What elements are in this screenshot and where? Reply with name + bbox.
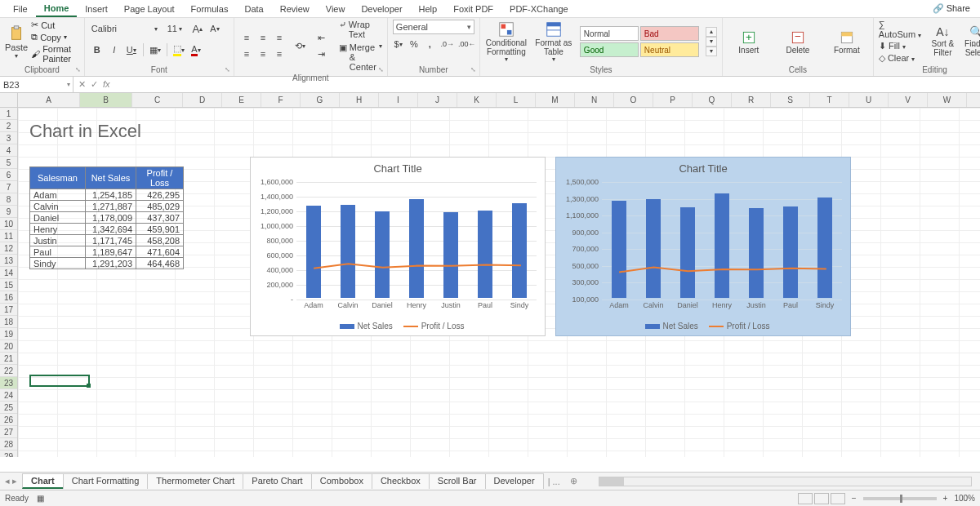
col-header-Q[interactable]: Q bbox=[693, 93, 732, 107]
sheet-tab-scroll-bar[interactable]: Scroll Bar bbox=[429, 473, 486, 489]
col-header-C[interactable]: C bbox=[132, 93, 183, 107]
col-header-N[interactable]: N bbox=[575, 93, 614, 107]
row-header-13[interactable]: 13 bbox=[0, 255, 17, 267]
row-header-11[interactable]: 11 bbox=[0, 230, 17, 242]
insert-cells-button[interactable]: +Insert bbox=[728, 29, 770, 55]
fill-color-button[interactable]: ⬚▾ bbox=[172, 42, 186, 57]
increase-decimal-button[interactable]: .0→ bbox=[440, 37, 455, 51]
col-header-K[interactable]: K bbox=[457, 93, 497, 107]
row-header-22[interactable]: 22 bbox=[0, 365, 17, 377]
col-header-W[interactable]: W bbox=[928, 93, 967, 107]
menu-tab-home[interactable]: Home bbox=[36, 1, 78, 17]
col-header-S[interactable]: S bbox=[771, 93, 810, 107]
confirm-formula-icon[interactable]: ✓ bbox=[91, 79, 98, 90]
col-header-I[interactable]: I bbox=[379, 93, 418, 107]
style-good[interactable]: Good bbox=[580, 42, 639, 57]
wrap-text-button[interactable]: ⤶Wrap Text bbox=[339, 20, 382, 39]
cut-button[interactable]: ✂Cut bbox=[31, 20, 79, 30]
col-header-F[interactable]: F bbox=[261, 93, 301, 107]
style-gallery-scroll[interactable]: ▴▾▾ bbox=[706, 27, 717, 56]
font-size-select[interactable]: 11▾ bbox=[162, 24, 188, 33]
worksheet-grid[interactable]: 1234567891011121314151617181920212223242… bbox=[0, 108, 980, 457]
col-header-T[interactable]: T bbox=[810, 93, 849, 107]
align-right-button[interactable]: ≡ bbox=[272, 47, 287, 61]
sheet-tab-checkbox[interactable]: Checkbox bbox=[372, 473, 430, 489]
sheet-tab-pareto-chart[interactable]: Pareto Chart bbox=[243, 473, 311, 489]
name-box[interactable]: B23 bbox=[0, 77, 74, 92]
col-header-P[interactable]: P bbox=[653, 93, 693, 107]
borders-button[interactable]: ▦▾ bbox=[148, 42, 163, 57]
chart-2[interactable]: Chart Title 1,500,0001,300,0001,100,0009… bbox=[555, 157, 851, 336]
menu-tab-developer[interactable]: Developer bbox=[353, 2, 410, 16]
sheet-tab-chart[interactable]: Chart bbox=[22, 473, 64, 489]
menu-tab-view[interactable]: View bbox=[318, 2, 354, 16]
percent-button[interactable]: % bbox=[408, 37, 419, 51]
number-format-select[interactable]: General bbox=[393, 20, 474, 34]
menu-tab-formulas[interactable]: Formulas bbox=[183, 2, 237, 16]
menu-tab-page-layout[interactable]: Page Layout bbox=[116, 2, 183, 16]
align-middle-button[interactable]: ≡ bbox=[256, 30, 270, 45]
menu-tab-pdf-xchange[interactable]: PDF-XChange bbox=[501, 2, 577, 16]
collapse-ribbon-button[interactable]: ⌃ bbox=[970, 42, 977, 51]
comma-button[interactable]: , bbox=[425, 37, 435, 51]
orientation-button[interactable]: ⟲▾ bbox=[293, 38, 308, 53]
fx-icon[interactable]: fx bbox=[103, 79, 118, 90]
row-header-17[interactable]: 17 bbox=[0, 304, 17, 316]
align-bottom-button[interactable]: ≡ bbox=[272, 30, 287, 45]
row-header-15[interactable]: 15 bbox=[0, 279, 17, 291]
col-header-D[interactable]: D bbox=[183, 93, 222, 107]
col-header-L[interactable]: L bbox=[497, 93, 536, 107]
row-header-27[interactable]: 27 bbox=[0, 426, 17, 438]
row-header-18[interactable]: 18 bbox=[0, 316, 17, 328]
sheet-tab-developer[interactable]: Developer bbox=[485, 473, 544, 489]
alignment-dialog-launcher[interactable]: ⤡ bbox=[377, 66, 385, 74]
col-header-R[interactable]: R bbox=[732, 93, 771, 107]
col-header-B[interactable]: B bbox=[80, 93, 132, 107]
view-pagebreak-button[interactable] bbox=[831, 493, 845, 504]
col-header-E[interactable]: E bbox=[222, 93, 261, 107]
chart-1[interactable]: Chart Title 1,600,0001,400,0001,200,0001… bbox=[250, 157, 546, 336]
row-header-21[interactable]: 21 bbox=[0, 353, 17, 365]
row-header-7[interactable]: 7 bbox=[0, 181, 17, 193]
col-header-V[interactable]: V bbox=[889, 93, 928, 107]
find-select-button[interactable]: 🔍Find & Select bbox=[962, 26, 980, 56]
row-header-4[interactable]: 4 bbox=[0, 144, 17, 157]
font-color-button[interactable]: A▾ bbox=[189, 42, 203, 57]
style-neutral[interactable]: Neutral bbox=[640, 42, 699, 57]
horizontal-scrollbar[interactable] bbox=[599, 477, 972, 486]
row-header-3[interactable]: 3 bbox=[0, 132, 17, 144]
merge-center-button[interactable]: ▣Merge & Center▾ bbox=[339, 42, 382, 72]
col-header-M[interactable]: M bbox=[536, 93, 575, 107]
format-cells-button[interactable]: Format bbox=[826, 29, 868, 55]
align-left-button[interactable]: ≡ bbox=[239, 47, 254, 61]
underline-button[interactable]: U▾ bbox=[124, 42, 139, 57]
align-top-button[interactable]: ≡ bbox=[239, 30, 254, 45]
clipboard-dialog-launcher[interactable]: ⤡ bbox=[74, 66, 82, 74]
row-header-9[interactable]: 9 bbox=[0, 206, 17, 218]
col-header-H[interactable]: H bbox=[340, 93, 379, 107]
row-header-12[interactable]: 12 bbox=[0, 242, 17, 255]
zoom-slider[interactable] bbox=[863, 497, 937, 500]
sheet-tab-thermometer-chart[interactable]: Thermometer Chart bbox=[147, 473, 243, 489]
row-header-5[interactable]: 5 bbox=[0, 157, 17, 169]
row-header-20[interactable]: 20 bbox=[0, 340, 17, 353]
increase-indent-button[interactable]: ⇥ bbox=[314, 47, 329, 61]
font-dialog-launcher[interactable]: ⤡ bbox=[224, 66, 232, 74]
zoom-in-button[interactable]: + bbox=[943, 494, 948, 503]
row-header-6[interactable]: 6 bbox=[0, 169, 17, 181]
view-pagelayout-button[interactable] bbox=[814, 493, 829, 504]
copy-button[interactable]: ⧉Copy▾ bbox=[31, 32, 79, 42]
row-header-23[interactable]: 23 bbox=[0, 377, 17, 389]
autosum-button[interactable]: ∑ AutoSum ▾ bbox=[879, 20, 924, 39]
sheet-tab-combobox[interactable]: Combobox bbox=[311, 473, 372, 489]
row-header-16[interactable]: 16 bbox=[0, 291, 17, 304]
increase-font-button[interactable]: A▴ bbox=[190, 21, 205, 36]
align-center-button[interactable]: ≡ bbox=[256, 47, 270, 61]
row-header-1[interactable]: 1 bbox=[0, 108, 17, 120]
menu-tab-insert[interactable]: Insert bbox=[77, 2, 116, 16]
row-header-19[interactable]: 19 bbox=[0, 328, 17, 340]
sort-filter-button[interactable]: A↓Sort & Filter bbox=[929, 26, 957, 56]
currency-button[interactable]: $▾ bbox=[393, 37, 403, 51]
decrease-font-button[interactable]: A▾ bbox=[207, 21, 222, 36]
col-header-G[interactable]: G bbox=[301, 93, 340, 107]
